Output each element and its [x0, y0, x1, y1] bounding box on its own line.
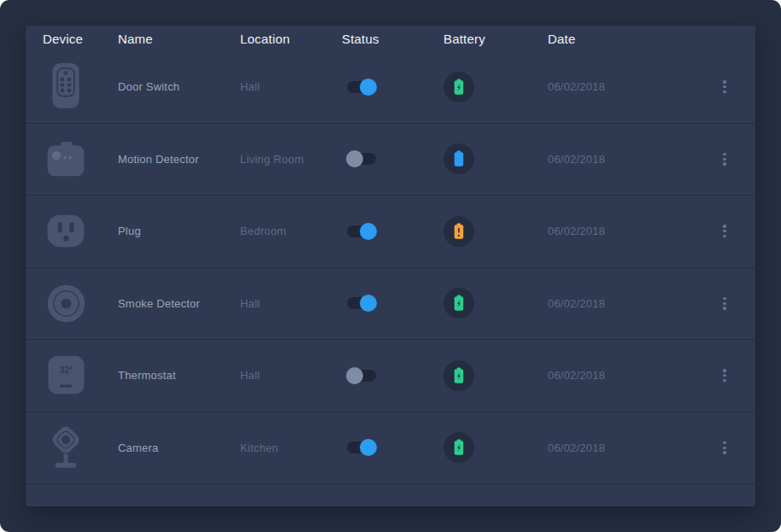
- device-table-card: Device Name Location Status Battery Date…: [26, 26, 755, 506]
- table-header: Device Name Location Status Battery Date: [26, 26, 755, 51]
- thermostat-temp-label: 32°: [59, 365, 72, 375]
- status-toggle[interactable]: [346, 150, 377, 167]
- table-row: Plug Bedroom: [26, 196, 755, 268]
- battery-indicator: [443, 143, 474, 174]
- status-toggle[interactable]: [346, 439, 377, 456]
- kebab-menu-icon[interactable]: [718, 148, 731, 171]
- remote-icon: [43, 56, 89, 118]
- column-header-location: Location: [240, 32, 342, 46]
- device-name: Motion Detector: [118, 153, 199, 166]
- battery-indicator: [443, 432, 474, 463]
- motion-detector-icon: [45, 142, 86, 177]
- device-name: Smoke Detector: [118, 297, 200, 310]
- device-location: Hall: [240, 369, 260, 382]
- kebab-menu-icon[interactable]: [718, 292, 731, 315]
- table-row: Door Switch Hall: [26, 51, 755, 124]
- plug-icon: [43, 201, 89, 262]
- thermostat-icon: 32°: [43, 345, 89, 406]
- camera-icon: [46, 424, 85, 471]
- status-toggle[interactable]: [346, 79, 377, 96]
- device-date: 06/02/2018: [548, 225, 605, 237]
- battery-icon: [453, 79, 465, 96]
- battery-icon: [453, 295, 465, 312]
- column-header-date: Date: [548, 32, 694, 46]
- plug-icon: [45, 213, 86, 249]
- column-header-status: Status: [342, 32, 443, 46]
- status-toggle[interactable]: [346, 223, 377, 240]
- status-toggle[interactable]: [346, 367, 377, 384]
- thermostat-icon: 32°: [46, 355, 86, 395]
- device-date: 06/02/2018: [548, 153, 605, 166]
- battery-icon: [453, 150, 465, 167]
- device-location: Kitchen: [240, 441, 279, 454]
- battery-icon: [453, 223, 465, 240]
- table-row: Motion Detector Living Room: [26, 124, 755, 196]
- device-date: 06/02/2018: [548, 441, 605, 454]
- camera-icon: [43, 417, 89, 478]
- kebab-menu-icon[interactable]: [718, 75, 731, 98]
- battery-icon: [453, 367, 465, 384]
- device-location: Living Room: [240, 153, 303, 166]
- battery-icon: [453, 439, 465, 456]
- device-date: 06/02/2018: [548, 297, 605, 310]
- column-header-battery: Battery: [443, 32, 548, 46]
- kebab-menu-icon[interactable]: [718, 436, 731, 459]
- table-row: 32° Thermostat Hall: [26, 340, 755, 412]
- table-body: Door Switch Hall: [26, 51, 755, 484]
- battery-indicator: [443, 216, 474, 247]
- column-header-name: Name: [118, 32, 240, 46]
- column-header-device: Device: [43, 32, 118, 46]
- battery-indicator: [443, 72, 474, 102]
- device-name: Camera: [118, 441, 158, 454]
- device-name: Door Switch: [118, 80, 179, 93]
- kebab-menu-icon[interactable]: [718, 364, 731, 387]
- smoke-detector-icon: [46, 284, 86, 324]
- device-location: Bedroom: [240, 225, 286, 237]
- device-name: Thermostat: [118, 369, 176, 382]
- device-name: Plug: [118, 225, 141, 237]
- table-row: Camera Kitchen: [26, 412, 755, 485]
- motion-detector-icon: [43, 128, 89, 190]
- remote-icon: [46, 61, 85, 114]
- kebab-menu-icon[interactable]: [718, 219, 731, 243]
- app-window: Device Name Location Status Battery Date…: [0, 0, 781, 532]
- battery-indicator: [443, 360, 474, 391]
- device-date: 06/02/2018: [548, 369, 605, 382]
- device-location: Hall: [240, 297, 260, 310]
- device-date: 06/02/2018: [548, 80, 605, 93]
- smoke-detector-icon: [43, 272, 89, 334]
- table-row: Smoke Detector Hall: [26, 268, 755, 341]
- status-toggle[interactable]: [346, 295, 377, 312]
- battery-indicator: [443, 288, 474, 319]
- device-location: Hall: [240, 80, 260, 93]
